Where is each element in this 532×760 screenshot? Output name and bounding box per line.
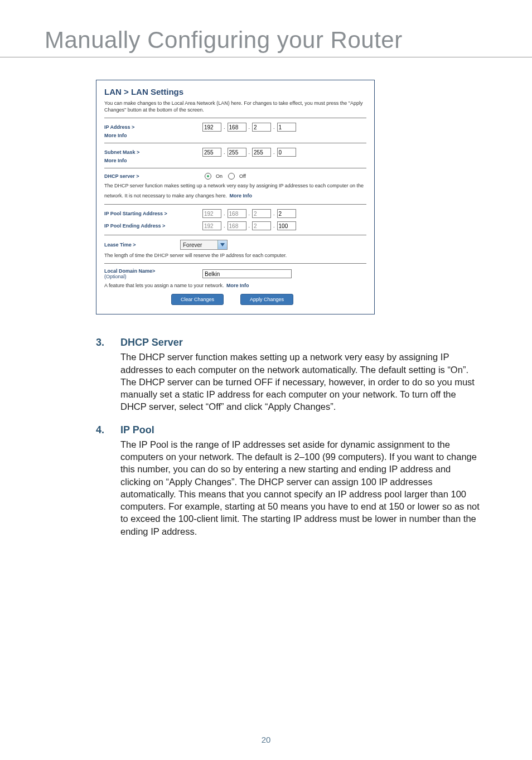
dot: . (249, 211, 250, 216)
ip-octet-1[interactable] (202, 123, 221, 132)
domain-label-text: Local Domain Name> (104, 268, 155, 274)
dot: . (224, 211, 225, 216)
clear-changes-button[interactable]: Clear Changes (171, 294, 224, 305)
intro-text: You can make changes to the Local Area N… (104, 100, 366, 113)
lease-time-label[interactable]: Lease Time > (104, 242, 177, 248)
more-info-link[interactable]: More Info (104, 133, 366, 138)
divider (104, 168, 366, 168)
list-item-number: 4. (96, 424, 120, 538)
dot: . (224, 223, 225, 229)
pool-start-octet-2 (228, 209, 246, 218)
divider (104, 235, 366, 235)
section-body: The IP Pool is the range of IP addresses… (120, 438, 481, 538)
dot: . (249, 223, 250, 229)
more-info-link[interactable]: More Info (104, 158, 366, 163)
pool-start-octet-3 (252, 209, 271, 218)
domain-input[interactable] (202, 269, 292, 278)
pool-start-octet-1 (202, 209, 221, 218)
divider (104, 263, 366, 264)
lease-desc: The length of time the DHCP server will … (104, 252, 366, 259)
dot: . (224, 149, 225, 155)
section-heading: IP Pool (120, 424, 481, 436)
dot: . (249, 149, 250, 155)
dot: . (273, 223, 275, 229)
domain-sub: (Optional) (104, 274, 127, 279)
apply-changes-button[interactable]: Apply Changes (240, 294, 293, 305)
dhcp-radio-off-label: Off (239, 173, 246, 179)
dhcp-label[interactable]: DHCP server > (104, 173, 199, 179)
ip-octet-2[interactable] (228, 123, 246, 132)
body-list: 3. DHCP Server The DHCP server function … (96, 337, 481, 537)
divider (104, 143, 366, 143)
divider (104, 204, 366, 205)
domain-label[interactable]: Local Domain Name> (Optional) (104, 268, 199, 279)
ip-octet-3[interactable] (252, 123, 271, 132)
subnet-octet-4[interactable] (277, 148, 296, 157)
ip-address-label[interactable]: IP Address > (104, 124, 199, 130)
pool-start-label[interactable]: IP Pool Starting Address > (104, 211, 199, 216)
list-item-number: 3. (96, 337, 120, 413)
divider (104, 118, 366, 118)
pool-end-octet-4[interactable] (277, 221, 296, 230)
page-number: 20 (0, 735, 532, 744)
pool-end-octet-2 (228, 221, 246, 230)
dhcp-radio-on-label: On (216, 173, 223, 179)
lease-time-select[interactable]: Forever (180, 240, 228, 250)
subnet-label[interactable]: Subnet Mask > (104, 149, 199, 155)
more-info-link[interactable]: More Info (226, 283, 249, 288)
chevron-down-icon (217, 240, 227, 249)
subnet-octet-1[interactable] (202, 148, 221, 157)
dot: . (249, 124, 250, 130)
domain-desc: A feature that lets you assign a name to… (104, 283, 224, 288)
ip-octet-4[interactable] (277, 123, 296, 132)
section-heading: DHCP Server (120, 337, 481, 348)
pool-end-octet-3 (252, 221, 271, 230)
dot: . (273, 124, 275, 130)
breadcrumb: LAN > LAN Settings (104, 87, 366, 96)
dot: . (273, 211, 275, 216)
pool-start-octet-4[interactable] (277, 209, 296, 218)
title-rule (0, 57, 532, 57)
list-item: 4. IP Pool The IP Pool is the range of I… (96, 424, 481, 538)
pool-end-octet-1 (202, 221, 221, 230)
dot: . (273, 149, 275, 155)
subnet-octet-3[interactable] (252, 148, 271, 157)
dhcp-radio-off[interactable] (228, 173, 235, 180)
subnet-octet-2[interactable] (228, 148, 246, 157)
dot: . (224, 124, 225, 130)
list-item: 3. DHCP Server The DHCP server function … (96, 337, 481, 413)
pool-end-label[interactable]: IP Pool Ending Address > (104, 223, 199, 229)
lease-time-value: Forever (181, 242, 217, 248)
section-body: The DHCP server function makes setting u… (120, 351, 481, 413)
more-info-link[interactable]: More Info (230, 193, 253, 199)
page-title: Manually Configuring your Router (45, 27, 487, 54)
router-ui-panel: LAN > LAN Settings You can make changes … (96, 80, 375, 314)
dhcp-radio-on[interactable] (205, 173, 211, 180)
